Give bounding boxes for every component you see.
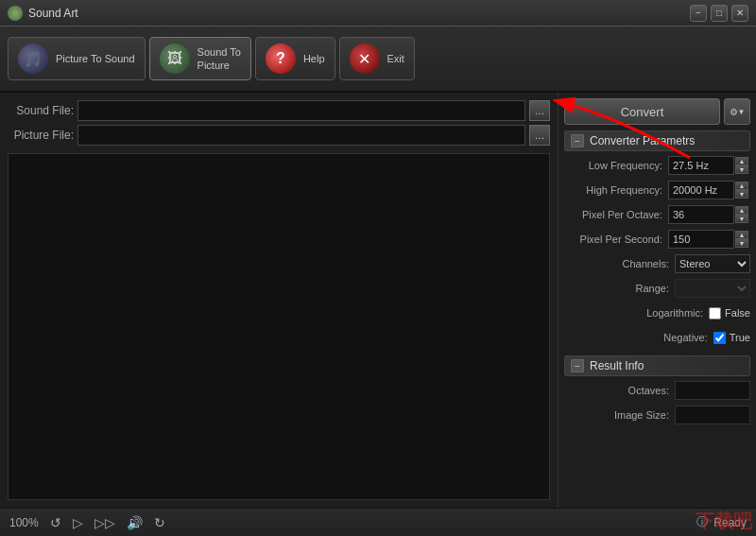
app-icon	[8, 6, 23, 21]
rewind-icon[interactable]: ↺	[50, 515, 61, 530]
pixel-per-second-label: Pixel Per Second:	[564, 233, 668, 245]
play-icon[interactable]: ▷	[73, 515, 83, 530]
range-label: Range:	[564, 283, 675, 294]
high-frequency-input[interactable]	[668, 181, 734, 199]
octaves-row: Octaves:	[564, 380, 750, 401]
octaves-value	[675, 381, 750, 400]
high-frequency-spinner: ▲ ▼	[735, 182, 750, 199]
pixel-per-second-spinner: ▲ ▼	[735, 231, 750, 248]
help-label: Help	[303, 52, 325, 65]
repeat-icon[interactable]: ↻	[154, 515, 165, 530]
main-area: Sound File: … Picture File: … Convert ⚙ …	[0, 93, 756, 508]
window-controls: − □ ✕	[690, 5, 748, 22]
sound-to-picture-label: Sound ToPicture	[198, 45, 241, 73]
converter-params-label: Converter Parametrs	[590, 134, 695, 147]
pixel-per-second-up-button[interactable]: ▲	[735, 231, 748, 239]
low-frequency-down-button[interactable]: ▼	[735, 165, 748, 174]
exit-button[interactable]: ✕ Exit	[339, 37, 415, 80]
low-frequency-label: Low Frequency:	[564, 160, 668, 171]
range-select[interactable]	[675, 279, 750, 298]
dropdown-arrow-icon: ▼	[738, 108, 746, 116]
toolbar: 🎵 Picture To Sound 🖼 Sound ToPicture ? H…	[0, 26, 756, 93]
pixel-per-second-input[interactable]	[668, 230, 734, 249]
minimize-button[interactable]: −	[690, 5, 707, 22]
pixel-per-second-down-button[interactable]: ▼	[735, 239, 748, 248]
sound-to-picture-icon: 🖼	[160, 43, 190, 74]
settings-icon: ⚙	[730, 107, 738, 117]
preview-area	[8, 153, 550, 500]
right-panel: Convert ⚙ ▼ − Converter Parametrs Low Fr…	[558, 93, 756, 508]
collapse-converter-params-button[interactable]: −	[571, 134, 584, 147]
channels-row: Channels: Stereo Mono	[564, 253, 750, 274]
pixel-per-octave-row: Pixel Per Octave: ▲ ▼	[564, 204, 750, 225]
picture-file-label: Picture File:	[8, 129, 74, 142]
logarithmic-row: Logarithmic: False	[564, 303, 750, 323]
image-size-row: Image Size:	[564, 405, 750, 425]
negative-checkbox[interactable]	[713, 332, 726, 344]
negative-label: Negative:	[564, 332, 713, 343]
watermark: 下载吧	[696, 509, 752, 534]
exit-label: Exit	[387, 52, 404, 65]
picture-file-input[interactable]	[77, 125, 525, 146]
high-frequency-label: High Frequency:	[564, 184, 668, 196]
collapse-result-info-button[interactable]: −	[571, 359, 584, 372]
negative-row: Negative: True	[564, 327, 750, 348]
title-bar: Sound Art − □ ✕	[0, 0, 756, 26]
picture-to-sound-button[interactable]: 🎵 Picture To Sound	[8, 37, 146, 80]
watermark-text: 下载吧	[696, 510, 752, 531]
left-panel: Sound File: … Picture File: …	[0, 93, 558, 508]
convert-button[interactable]: Convert	[564, 98, 720, 125]
high-frequency-row: High Frequency: ▲ ▼	[564, 180, 750, 200]
pixel-per-octave-input[interactable]	[668, 205, 734, 224]
high-frequency-up-button[interactable]: ▲	[735, 182, 748, 190]
close-button[interactable]: ✕	[731, 5, 748, 22]
negative-value: True	[730, 332, 750, 343]
low-frequency-spinner: ▲ ▼	[735, 157, 750, 174]
picture-file-row: Picture File: …	[8, 125, 550, 146]
maximize-button[interactable]: □	[711, 5, 728, 22]
low-frequency-input[interactable]	[668, 156, 734, 175]
logarithmic-label: Logarithmic:	[564, 307, 709, 319]
image-size-label: Image Size:	[564, 409, 675, 421]
sound-to-picture-button[interactable]: 🖼 Sound ToPicture	[149, 37, 251, 80]
convert-row: Convert ⚙ ▼	[564, 98, 750, 125]
status-left: 100% ↺ ▷ ▷▷ 🔊 ↻	[9, 515, 681, 530]
pixel-per-octave-label: Pixel Per Octave:	[564, 209, 668, 220]
help-button[interactable]: ? Help	[255, 37, 335, 80]
result-info-label: Result Info	[590, 359, 644, 372]
pixel-per-octave-down-button[interactable]: ▼	[735, 215, 748, 223]
low-frequency-row: Low Frequency: ▲ ▼	[564, 155, 750, 176]
channels-select[interactable]: Stereo Mono	[675, 254, 750, 273]
app-title: Sound Art	[28, 7, 690, 20]
pixel-per-octave-spinner: ▲ ▼	[735, 206, 750, 223]
help-icon: ?	[266, 43, 296, 74]
range-row: Range:	[564, 278, 750, 299]
picture-file-browse-button[interactable]: …	[529, 125, 550, 146]
sound-file-browse-button[interactable]: …	[529, 100, 550, 121]
pixel-per-octave-up-button[interactable]: ▲	[735, 206, 748, 215]
picture-to-sound-icon: 🎵	[18, 43, 48, 74]
status-bar: 100% ↺ ▷ ▷▷ 🔊 ↻ ⓘ Ready	[0, 508, 756, 536]
logarithmic-checkbox[interactable]	[709, 307, 721, 320]
forward-icon[interactable]: ▷▷	[94, 515, 115, 530]
converter-params-header: − Converter Parametrs	[564, 130, 750, 151]
sound-file-input[interactable]	[77, 100, 525, 121]
convert-dropdown-button[interactable]: ⚙ ▼	[724, 98, 750, 125]
zoom-level: 100%	[9, 516, 39, 529]
octaves-label: Octaves:	[564, 385, 675, 396]
channels-label: Channels:	[564, 258, 675, 269]
exit-icon: ✕	[350, 43, 380, 74]
image-size-value	[675, 406, 750, 424]
result-info-header: − Result Info	[564, 355, 750, 376]
sound-file-row: Sound File: …	[8, 100, 550, 121]
high-frequency-down-button[interactable]: ▼	[735, 190, 748, 199]
sound-file-label: Sound File:	[8, 104, 74, 117]
volume-icon[interactable]: 🔊	[127, 515, 143, 530]
logarithmic-value: False	[725, 307, 750, 319]
pixel-per-second-row: Pixel Per Second: ▲ ▼	[564, 229, 750, 250]
picture-to-sound-label: Picture To Sound	[56, 52, 135, 65]
low-frequency-up-button[interactable]: ▲	[735, 157, 748, 165]
